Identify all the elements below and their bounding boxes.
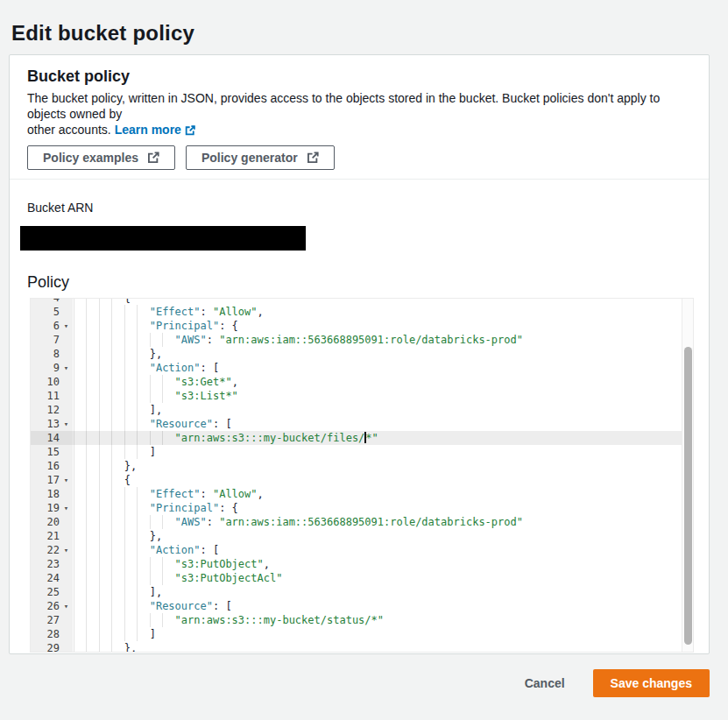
code-lines: 4{5"Effect": "Allow",6▾"Principal": {7"A…	[31, 299, 693, 652]
policy-generator-button[interactable]: Policy generator	[186, 145, 335, 170]
line-number: 4	[31, 298, 60, 305]
code-line-26[interactable]: 26▾"Resource": [	[31, 599, 693, 613]
indent-guides	[74, 431, 175, 445]
line-gutter: 14	[31, 431, 73, 445]
indent-guides	[74, 599, 150, 613]
code-line-content: "arn:aws:s3:::my-bucket/files/*"	[73, 431, 693, 445]
code-line-22[interactable]: 22▾"Action": [	[31, 543, 693, 557]
indent-guides	[74, 571, 175, 585]
line-number: 23	[31, 557, 60, 571]
code-line-27[interactable]: 27"arn:aws:s3:::my-bucket/status/*"	[31, 613, 693, 627]
code-line-18[interactable]: 18"Effect": "Allow",	[31, 487, 693, 501]
line-gutter: 11	[31, 389, 73, 403]
code-line-24[interactable]: 24"s3:PutObjectAcl"	[31, 571, 693, 585]
fold-arrow-icon[interactable]: ▾	[60, 417, 73, 431]
policy-code-editor[interactable]: 4{5"Effect": "Allow",6▾"Principal": {7"A…	[30, 298, 694, 653]
code-line-11[interactable]: 11"s3:List*"	[31, 389, 693, 403]
scrollbar-thumb[interactable]	[684, 347, 692, 645]
fold-arrow-icon[interactable]: ▾	[60, 361, 73, 375]
learn-more-link[interactable]: Learn more	[115, 123, 195, 137]
code-line-content: ]	[73, 445, 693, 459]
policy-examples-button[interactable]: Policy examples	[27, 145, 175, 170]
indent-guides	[74, 515, 175, 529]
code-line-content: "Principal": {	[73, 319, 693, 333]
code-line-12[interactable]: 12],	[31, 403, 693, 417]
code-line-15[interactable]: 15]	[31, 445, 693, 459]
fold-arrow-icon[interactable]: ▾	[60, 473, 73, 487]
line-gutter: 19▾	[31, 501, 73, 515]
code-line-13[interactable]: 13▾"Resource": [	[31, 417, 693, 431]
code-line-content: "Action": [	[73, 543, 693, 557]
code-line-content: ],	[73, 403, 693, 417]
code-line-19[interactable]: 19▾"Principal": {	[31, 501, 693, 515]
line-gutter: 17▾	[31, 473, 73, 487]
code-line-28[interactable]: 28]	[31, 627, 693, 641]
code-line-17[interactable]: 17▾{	[31, 473, 693, 487]
code-line-21[interactable]: 21},	[31, 529, 693, 543]
code-line-content: },	[73, 641, 693, 653]
indent-guides	[74, 501, 150, 515]
code-line-20[interactable]: 20"AWS": "arn:aws:iam::563668895091:role…	[31, 515, 693, 529]
indent-guides	[74, 459, 124, 473]
vertical-scrollbar[interactable]	[682, 299, 693, 652]
indent-guides	[74, 298, 124, 305]
line-number: 29	[31, 641, 60, 653]
code-line-5[interactable]: 5"Effect": "Allow",	[31, 305, 693, 319]
indent-guides	[74, 417, 150, 431]
line-gutter: 6▾	[31, 319, 73, 333]
line-gutter: 12	[31, 403, 73, 417]
code-line-8[interactable]: 8},	[31, 347, 693, 361]
code-line-23[interactable]: 23"s3:PutObject",	[31, 557, 693, 571]
fold-arrow-icon[interactable]: ▾	[60, 599, 73, 613]
code-line-6[interactable]: 6▾"Principal": {	[31, 319, 693, 333]
code-line-content: "AWS": "arn:aws:iam::563668895091:role/d…	[73, 515, 693, 529]
code-line-content: {	[73, 473, 693, 487]
indent-guides	[74, 319, 150, 333]
code-line-16[interactable]: 16},	[31, 459, 693, 473]
line-gutter: 25	[31, 585, 73, 599]
fold-arrow-icon[interactable]: ▾	[60, 319, 73, 333]
indent-guides	[74, 627, 150, 641]
line-gutter: 4	[31, 298, 73, 305]
indent-guides	[74, 305, 150, 319]
code-line-7[interactable]: 7"AWS": "arn:aws:iam::563668895091:role/…	[31, 333, 693, 347]
save-changes-button[interactable]: Save changes	[593, 669, 710, 697]
page-title: Edit bucket policy	[11, 21, 194, 46]
line-gutter: 13▾	[31, 417, 73, 431]
line-number: 8	[31, 347, 60, 361]
fold-arrow-icon[interactable]: ▾	[60, 501, 73, 515]
code-line-content: "Resource": [	[73, 599, 693, 613]
panel-header: Bucket policy The bucket policy, written…	[10, 55, 709, 180]
code-line-25[interactable]: 25],	[31, 585, 693, 599]
code-line-29[interactable]: 29},	[31, 641, 693, 653]
external-link-icon	[147, 152, 159, 164]
line-number: 9	[31, 361, 60, 375]
header-buttons: Policy examples Policy generator	[27, 145, 691, 170]
line-gutter: 24	[31, 571, 73, 585]
indent-guides	[74, 445, 150, 459]
line-gutter: 29	[31, 641, 73, 653]
code-line-14[interactable]: 14"arn:aws:s3:::my-bucket/files/*"	[31, 431, 693, 445]
fold-arrow-icon[interactable]: ▾	[60, 543, 73, 557]
indent-guides	[74, 473, 124, 487]
code-line-content: },	[73, 529, 693, 543]
cancel-button[interactable]: Cancel	[525, 676, 565, 690]
line-gutter: 15	[31, 445, 73, 459]
code-line-content: },	[73, 459, 693, 473]
line-gutter: 26▾	[31, 599, 73, 613]
line-number: 24	[31, 571, 60, 585]
line-gutter: 28	[31, 627, 73, 641]
code-line-content: "Resource": [	[73, 417, 693, 431]
indent-guides	[74, 375, 175, 389]
code-line-content: "Principal": {	[73, 501, 693, 515]
indent-guides	[74, 403, 150, 417]
code-line-9[interactable]: 9▾"Action": [	[31, 361, 693, 375]
line-number: 5	[31, 305, 60, 319]
line-gutter: 8	[31, 347, 73, 361]
code-line-4[interactable]: 4{	[31, 298, 693, 305]
line-gutter: 27	[31, 613, 73, 627]
code-line-content: "Action": [	[73, 361, 693, 375]
indent-guides	[74, 613, 175, 627]
code-line-10[interactable]: 10"s3:Get*",	[31, 375, 693, 389]
line-number: 21	[31, 529, 60, 543]
